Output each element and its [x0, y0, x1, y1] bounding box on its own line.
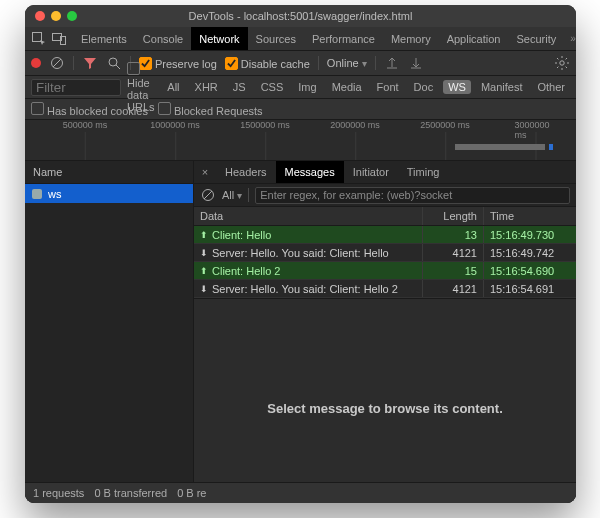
- blocked-cookies-checkbox[interactable]: Has blocked cookies: [31, 102, 148, 117]
- status-bar: 1 requests 0 B transferred 0 B re: [25, 482, 576, 503]
- inspect-element-icon[interactable]: [31, 31, 47, 47]
- filter-type-doc[interactable]: Doc: [409, 80, 439, 94]
- timeline-tick: 2000000 ms: [330, 120, 380, 130]
- filter-type-ws[interactable]: WS: [443, 80, 471, 94]
- clear-messages-icon[interactable]: [200, 187, 216, 203]
- message-length: 4121: [422, 244, 483, 261]
- search-icon[interactable]: [106, 55, 122, 71]
- disable-cache-checkbox[interactable]: Disable cache: [225, 57, 310, 70]
- message-row[interactable]: ⬆Client: Hello1315:16:49.730: [194, 226, 576, 244]
- panel-tab-application[interactable]: Application: [439, 27, 509, 50]
- filter-type-img[interactable]: Img: [293, 80, 321, 94]
- request-name: ws: [48, 188, 61, 200]
- svg-line-8: [53, 59, 61, 67]
- filter-input[interactable]: [31, 79, 121, 96]
- panel-tab-security[interactable]: Security: [508, 27, 564, 50]
- filter-type-manifest[interactable]: Manifest: [476, 80, 528, 94]
- message-length: 13: [422, 226, 483, 243]
- blocked-requests-checkbox[interactable]: Blocked Requests: [158, 102, 263, 117]
- zoom-window-button[interactable]: [67, 11, 77, 21]
- message-time: 15:16:49.730: [483, 226, 576, 243]
- message-type-filter[interactable]: All▾: [222, 189, 242, 201]
- panel-tab-performance[interactable]: Performance: [304, 27, 383, 50]
- panel-tab-elements[interactable]: Elements: [73, 27, 135, 50]
- message-length: 4121: [422, 280, 483, 297]
- arrow-up-icon: ⬆: [200, 266, 208, 276]
- message-row[interactable]: ⬇Server: Hello. You said: Client: Hello …: [194, 280, 576, 298]
- detail-tabs: × HeadersMessagesInitiatorTiming: [194, 161, 576, 184]
- close-detail-icon[interactable]: ×: [194, 161, 216, 183]
- upload-har-icon[interactable]: [384, 55, 400, 71]
- detail-tab-initiator[interactable]: Initiator: [344, 161, 398, 183]
- disable-cache-label: Disable cache: [241, 58, 310, 70]
- svg-point-11: [560, 61, 564, 65]
- filter-type-font[interactable]: Font: [372, 80, 404, 94]
- svg-point-9: [109, 58, 117, 66]
- detail-tab-timing[interactable]: Timing: [398, 161, 449, 183]
- devtools-tabs: ElementsConsoleNetworkSourcesPerformance…: [25, 27, 576, 51]
- panel-tab-sources[interactable]: Sources: [248, 27, 304, 50]
- message-time: 15:16:49.742: [483, 244, 576, 261]
- filter-type-all[interactable]: All: [162, 80, 184, 94]
- throttling-select[interactable]: Online ▾: [327, 57, 367, 69]
- timeline-overview[interactable]: 500000 ms1000000 ms1500000 ms2000000 ms2…: [25, 120, 576, 161]
- timeline-tick: 1500000 ms: [240, 120, 290, 130]
- svg-line-14: [204, 191, 212, 199]
- clear-icon[interactable]: [49, 55, 65, 71]
- svg-line-10: [116, 65, 120, 69]
- status-resources: 0 B re: [177, 487, 206, 499]
- message-time: 15:16:54.690: [483, 262, 576, 279]
- timeline-tick: 3000000 ms: [515, 120, 556, 140]
- message-data: Client: Hello 2: [212, 265, 280, 277]
- detail-tab-messages[interactable]: Messages: [276, 161, 344, 183]
- message-row[interactable]: ⬆Client: Hello 21515:16:54.690: [194, 262, 576, 280]
- col-data[interactable]: Data: [194, 207, 422, 225]
- col-time[interactable]: Time: [483, 207, 576, 225]
- message-row[interactable]: ⬇Server: Hello. You said: Client: Hello4…: [194, 244, 576, 262]
- websocket-icon: [31, 188, 43, 200]
- filter-type-media[interactable]: Media: [327, 80, 367, 94]
- panel-tab-memory[interactable]: Memory: [383, 27, 439, 50]
- detail-tab-headers[interactable]: Headers: [216, 161, 276, 183]
- arrow-down-icon: ⬇: [200, 248, 208, 258]
- messages-toolbar: All▾ Enter regex, for example: (web)?soc…: [194, 184, 576, 207]
- message-time: 15:16:54.691: [483, 280, 576, 297]
- message-data: Client: Hello: [212, 229, 271, 241]
- status-requests: 1 requests: [33, 487, 84, 499]
- timeline-tick: 1000000 ms: [150, 120, 200, 130]
- filter-icon[interactable]: [82, 55, 98, 71]
- message-content-placeholder: Select message to browse its content.: [194, 298, 576, 503]
- network-settings-icon[interactable]: [554, 55, 570, 71]
- timeline-tick: 500000 ms: [63, 120, 108, 130]
- filter-type-other[interactable]: Other: [532, 80, 570, 94]
- message-data: Server: Hello. You said: Client: Hello 2: [212, 283, 398, 295]
- more-tabs-icon[interactable]: »: [570, 33, 576, 44]
- download-har-icon[interactable]: [408, 55, 424, 71]
- request-list-header: Name: [25, 161, 193, 184]
- record-button[interactable]: [31, 58, 41, 68]
- filter-bar: Hide data URLs AllXHRJSCSSImgMediaFontDo…: [25, 76, 576, 99]
- message-length: 15: [422, 262, 483, 279]
- network-toolbar: Preserve log Disable cache Online ▾: [25, 51, 576, 76]
- filter-type-js[interactable]: JS: [228, 80, 251, 94]
- messages-header: Data Length Time: [194, 207, 576, 226]
- arrow-down-icon: ⬇: [200, 284, 208, 294]
- preserve-log-label: Preserve log: [155, 58, 217, 70]
- request-row-ws[interactable]: ws: [25, 184, 193, 203]
- arrow-up-icon: ⬆: [200, 230, 208, 240]
- device-toolbar-icon[interactable]: [51, 31, 67, 47]
- message-data: Server: Hello. You said: Client: Hello: [212, 247, 389, 259]
- window-title: DevTools - localhost:5001/swagger/index.…: [25, 10, 576, 22]
- svg-rect-12: [32, 189, 42, 199]
- panel-tab-console[interactable]: Console: [135, 27, 191, 50]
- window-titlebar: DevTools - localhost:5001/swagger/index.…: [25, 5, 576, 27]
- close-window-button[interactable]: [35, 11, 45, 21]
- timeline-tick: 2500000 ms: [420, 120, 470, 130]
- col-length[interactable]: Length: [422, 207, 483, 225]
- filter-type-xhr[interactable]: XHR: [190, 80, 223, 94]
- panel-tab-network[interactable]: Network: [191, 27, 247, 50]
- message-regex-input[interactable]: Enter regex, for example: (web)?socket: [255, 187, 570, 204]
- minimize-window-button[interactable]: [51, 11, 61, 21]
- filter-type-css[interactable]: CSS: [256, 80, 289, 94]
- status-transferred: 0 B transferred: [94, 487, 167, 499]
